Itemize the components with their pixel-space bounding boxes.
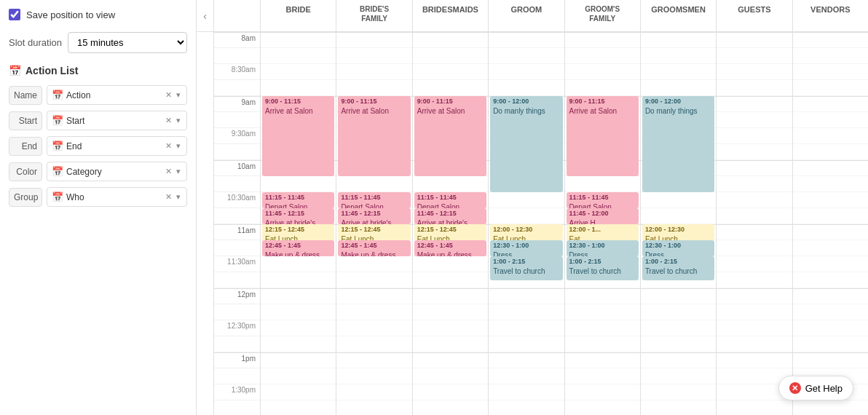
event-block[interactable]: 11:45 - 12:15Arrive at bride's — [414, 208, 486, 224]
event-block[interactable]: 11:15 - 11:45Depart Salon — [567, 192, 639, 208]
grid-row — [793, 160, 868, 176]
event-block[interactable]: 12:45 - 1:45Make up & dress — [338, 240, 410, 256]
field-chevron-start[interactable]: ▾ — [175, 114, 182, 127]
event-block[interactable]: 12:15 - 12:45Eat Lunch — [414, 224, 486, 240]
grid-row — [793, 320, 868, 336]
event-block[interactable]: 12:00 - 1...Eat — [567, 224, 639, 240]
event-block[interactable]: 11:45 - 12:15Arrive at bride's — [262, 208, 334, 224]
event-block[interactable]: 12:00 - 12:30Eat Lunch — [642, 224, 714, 240]
grid-row — [489, 208, 564, 224]
field-clear-end[interactable]: ✕ — [164, 140, 173, 152]
field-label-group: Group — [9, 188, 42, 207]
event-time: 12:45 - 1:45 — [341, 242, 407, 250]
grid-row — [793, 128, 868, 144]
event-block[interactable]: 12:15 - 12:45Eat Lunch — [338, 224, 410, 240]
field-chevron-end[interactable]: ▾ — [175, 140, 182, 152]
field-icon-name: 📅 — [52, 90, 63, 100]
event-time: 12:30 - 1:00 — [645, 242, 711, 250]
grid-row — [717, 272, 792, 288]
collapse-button[interactable]: ‹ — [197, 0, 214, 31]
event-time: 11:45 - 12:00 — [569, 210, 636, 218]
event-block[interactable]: 12:30 - 1:00Dress — [567, 240, 639, 256]
event-name: Arrive H... — [569, 218, 636, 224]
event-time: 12:30 - 1:00 — [493, 242, 559, 250]
event-name: Dress — [645, 250, 711, 256]
event-block[interactable]: 1:00 - 2:15Travel to church — [490, 256, 562, 280]
field-clear-group[interactable]: ✕ — [164, 191, 173, 203]
field-value-name: 📅 Action ✕ ▾ — [47, 85, 187, 105]
grid-row — [413, 288, 488, 304]
time-col: 8am8:30am9am9:30am10am10:30am11am11:30am… — [214, 32, 261, 415]
event-name: Depart Salon — [417, 202, 484, 208]
time-slot: 12:30pm — [214, 320, 260, 336]
grid-row — [793, 288, 868, 304]
event-name: Eat — [569, 234, 636, 240]
event-name: Eat Lunch — [265, 234, 331, 240]
field-icon-group: 📅 — [52, 191, 63, 202]
event-block[interactable]: 11:15 - 11:45Depart Salon — [338, 192, 410, 208]
grid-row — [717, 224, 792, 240]
grid-row — [717, 176, 792, 192]
event-block[interactable]: 11:15 - 11:45Depart Salon — [262, 192, 334, 208]
grid-row — [641, 288, 716, 304]
field-actions-name: ✕ ▾ — [164, 89, 182, 101]
grid-row — [261, 320, 336, 336]
event-block[interactable]: 11:45 - 12:15Arrive at bride's — [338, 208, 410, 224]
field-chevron-group[interactable]: ▾ — [175, 191, 182, 203]
event-block[interactable]: 1:00 - 2:15Travel to church — [642, 256, 714, 280]
event-block[interactable]: 9:00 - 11:15Arrive at Salon — [414, 96, 486, 176]
event-time: 11:45 - 12:15 — [265, 210, 331, 218]
grid-row — [641, 192, 716, 208]
event-name: Make up & dress — [265, 250, 331, 256]
event-block[interactable]: 9:00 - 12:00Do manly things — [490, 96, 562, 192]
grid-row — [336, 272, 411, 288]
field-icon-end: 📅 — [52, 141, 63, 151]
event-time: 9:00 - 11:15 — [569, 98, 636, 106]
event-name: Make up & dress — [417, 250, 484, 256]
slot-duration-select[interactable]: 15 minutes 30 minutes — [68, 32, 187, 53]
field-chevron-name[interactable]: ▾ — [175, 89, 182, 101]
grid-row — [717, 112, 792, 128]
field-chevron-color[interactable]: ▾ — [175, 165, 182, 178]
col-header-brides-family: BRIDE'SFAMILY — [336, 0, 412, 31]
grid-row — [336, 32, 411, 48]
get-help-button[interactable]: ✕ Get Help — [778, 376, 853, 400]
grid-row — [489, 368, 564, 384]
field-text-color: Category — [66, 167, 161, 177]
event-block[interactable]: 11:15 - 11:45Depart Salon — [414, 192, 486, 208]
field-clear-name[interactable]: ✕ — [164, 89, 173, 101]
event-block[interactable]: 9:00 - 11:15Arrive at Salon — [567, 96, 639, 176]
event-time: 11:15 - 11:45 — [569, 194, 636, 202]
event-block[interactable]: 12:45 - 1:45Make up & dress — [414, 240, 486, 256]
grid-row — [565, 368, 640, 384]
grid-row — [717, 128, 792, 144]
event-block[interactable]: 9:00 - 12:00Do manly things — [642, 96, 714, 192]
event-block[interactable]: 11:45 - 12:00Arrive H... — [567, 208, 639, 224]
grid-row — [261, 176, 336, 192]
cal-body: 8am8:30am9am9:30am10am10:30am11am11:30am… — [197, 32, 868, 415]
grid-row — [489, 32, 564, 48]
event-block[interactable]: 12:30 - 1:00Dress — [490, 240, 562, 256]
app-container: Save position to view Slot duration 15 m… — [0, 0, 868, 415]
col-header-groomsmen: GROOMSMEN — [641, 0, 717, 31]
grid-row — [793, 400, 868, 415]
grid-row — [413, 256, 488, 272]
time-slot: 11:30am — [214, 256, 260, 272]
grid-row — [261, 48, 336, 64]
grid-row — [717, 256, 792, 272]
event-block[interactable]: 12:15 - 12:45Eat Lunch — [262, 224, 334, 240]
time-slot: 12pm — [214, 288, 260, 304]
event-block[interactable]: 9:00 - 11:15Arrive at Salon — [338, 96, 410, 176]
grid-row — [717, 240, 792, 256]
event-block[interactable]: 12:00 - 12:30Eat Lunch — [490, 224, 562, 240]
event-block[interactable]: 9:00 - 11:15Arrive at Salon — [262, 96, 334, 176]
event-block[interactable]: 1:00 - 2:15Travel to church — [567, 256, 639, 280]
event-block[interactable]: 12:45 - 1:45Make up & dress — [262, 240, 334, 256]
grid-row — [717, 32, 792, 48]
field-clear-color[interactable]: ✕ — [164, 165, 173, 178]
event-block[interactable]: 12:30 - 1:00Dress — [642, 240, 714, 256]
time-slot — [214, 176, 260, 192]
save-checkbox[interactable] — [9, 9, 20, 20]
field-clear-start[interactable]: ✕ — [164, 114, 173, 127]
grid-row — [489, 304, 564, 320]
